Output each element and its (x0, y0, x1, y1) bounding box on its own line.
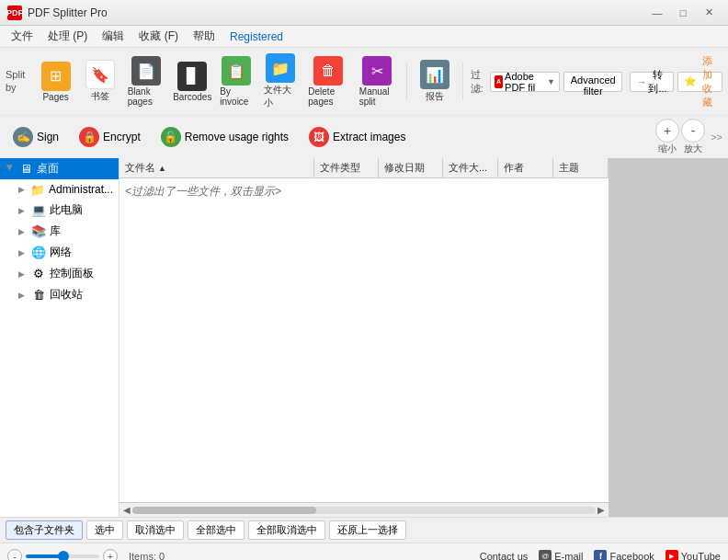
toolbar-pages-button[interactable]: ⊞ Pages (36, 60, 76, 104)
pages-icon: ⊞ (41, 62, 71, 91)
remove-rights-button[interactable]: 🔓 Remove usage rights (154, 124, 296, 150)
deselect-all-button[interactable]: 全部取消选中 (248, 520, 325, 540)
file-list-scrollbar[interactable]: ◀ ▶ (119, 502, 609, 517)
admin-icon: 📁 (30, 182, 45, 197)
youtube-icon: ▶ (665, 550, 678, 561)
tree-item-network[interactable]: ▶ 🌐 网络 (0, 242, 119, 263)
toolbar-barcode-button[interactable]: ▊ Barcodes (172, 60, 212, 104)
toolbar-invoice-button[interactable]: 📋 By invoice (216, 54, 256, 109)
delete-label: Delete pages (308, 86, 348, 107)
menu-favorites[interactable]: 收藏 (F) (131, 27, 186, 46)
zoom-slider[interactable] (26, 554, 99, 558)
main-area: ▶ 🖥 桌面 ▶ 📁 Administrat... ▶ 💻 此电脑 ▶ 📚 库 … (0, 158, 728, 517)
toolbar-blank-button[interactable]: 📄 Blank pages (124, 54, 169, 109)
statusbar: - + Items: 0 Contact us @ E-mail f Faceb… (0, 543, 728, 560)
menu-help[interactable]: 帮助 (186, 27, 222, 46)
split-by-label: Split by (6, 69, 30, 93)
tree-item-control[interactable]: ▶ ⚙ 控制面板 (0, 263, 119, 284)
minimize-button[interactable]: — (645, 4, 669, 22)
email-label: E-mail (554, 551, 583, 561)
scroll-left-arrow[interactable]: ◀ (121, 505, 132, 515)
col-header-author[interactable]: 作者 (498, 158, 553, 177)
bookmark-label: 书签 (91, 90, 109, 103)
facebook-link[interactable]: f Facebook (594, 550, 654, 561)
library-arrow: ▶ (18, 227, 28, 236)
toolbar-bookmark-button[interactable]: 🔖 书签 (80, 58, 120, 105)
restore-selection-button[interactable]: 还原上一选择 (329, 520, 406, 540)
menu-process[interactable]: 处理 (P) (40, 27, 95, 46)
bottom-toolbar: 包含子文件夹 选中 取消选中 全部选中 全部取消选中 还原上一选择 (0, 517, 728, 543)
expand-button[interactable]: >> (711, 131, 722, 143)
tree-item-recycle[interactable]: ▶ 🗑 回收站 (0, 284, 119, 305)
col-header-name[interactable]: 文件名 ▲ (119, 158, 314, 177)
col-author-label: 作者 (504, 161, 524, 175)
nav-actions: → 转到... ⭐ 添加收藏 (630, 72, 722, 92)
select-all-button[interactable]: 全部选中 (188, 520, 245, 540)
sort-arrow-name: ▲ (158, 164, 166, 173)
shrink-button[interactable]: + (655, 119, 679, 143)
toolbar-row1: Split by ⊞ Pages 🔖 书签 📄 Blank pages ▊ Ba… (0, 48, 728, 116)
col-header-date[interactable]: 修改日期 (379, 158, 443, 177)
menu-file[interactable]: 文件 (4, 27, 40, 46)
toolbar-separator1 (406, 63, 407, 100)
blank-label: Blank pages (128, 86, 165, 107)
computer-arrow: ▶ (18, 206, 28, 215)
tree-item-admin[interactable]: ▶ 📁 Administrat... (0, 179, 119, 200)
add-favorites-button[interactable]: ⭐ 添加收藏 (677, 72, 722, 92)
tree-item-desktop[interactable]: ▶ 🖥 桌面 (0, 158, 119, 179)
network-icon: 🌐 (31, 246, 46, 260)
contact-us-link[interactable]: Contact us (480, 551, 529, 561)
menu-edit[interactable]: 编辑 (95, 27, 131, 46)
toolbar-delete-button[interactable]: 🗑 Delete pages (304, 54, 352, 109)
contact-us-label: Contact us (480, 551, 529, 561)
email-link[interactable]: @ E-mail (539, 550, 583, 561)
col-size-label: 文件大... (449, 161, 487, 175)
desktop-icon: 🖥 (18, 162, 33, 177)
status-links: Contact us @ E-mail f Facebook ▶ YouTube (480, 550, 721, 561)
youtube-link[interactable]: ▶ YouTube (665, 550, 721, 561)
col-header-subject[interactable]: 主题 (553, 158, 609, 177)
col-type-label: 文件类型 (320, 161, 360, 175)
toolbar-report-button[interactable]: 📊 报告 (415, 58, 455, 105)
zoom-slider-fill (26, 554, 63, 558)
zoom-slider-handle[interactable] (58, 551, 69, 561)
filter-message[interactable]: <过滤出了一些文件，双击显示> (125, 184, 281, 200)
sign-label: Sign (37, 131, 59, 143)
close-button[interactable]: ✕ (697, 4, 721, 22)
advanced-filter-button[interactable]: Advanced filter (563, 72, 623, 92)
filter-value: Adobe PDF fil (505, 71, 545, 93)
tree-item-library[interactable]: ▶ 📚 库 (0, 221, 119, 242)
goto-button[interactable]: → 转到... (630, 72, 673, 92)
recycle-icon: 🗑 (31, 288, 46, 303)
zoom-button[interactable]: - (681, 119, 705, 143)
items-count: Items: 0 (129, 551, 165, 561)
col-header-size[interactable]: 文件大... (443, 158, 498, 177)
toolbar-manual-button[interactable]: ✂ Manual split (356, 54, 399, 109)
toolbar-filesize-button[interactable]: 📁 文件大小 (260, 51, 301, 111)
filter-select-container[interactable]: A Adobe PDF fil ▼ (490, 72, 560, 92)
deselect-button[interactable]: 取消选中 (127, 520, 184, 540)
col-header-type[interactable]: 文件类型 (314, 158, 379, 177)
sign-button[interactable]: ✍ Sign (6, 124, 66, 150)
scroll-right-arrow[interactable]: ▶ (596, 505, 607, 515)
sign-icon: ✍ (13, 127, 33, 147)
add-fav-label: 添加收藏 (699, 54, 716, 109)
zoom-slider-area: - + (7, 549, 118, 561)
control-arrow: ▶ (18, 269, 28, 279)
zoom-in-button[interactable]: + (103, 549, 118, 561)
shrink-label: 缩小 (658, 143, 677, 155)
admin-arrow: ▶ (18, 185, 27, 194)
zoom-out-button[interactable]: - (7, 549, 22, 561)
maximize-button[interactable]: □ (671, 4, 695, 22)
bookmark-icon: 🔖 (85, 60, 115, 89)
encrypt-button[interactable]: 🔒 Encrypt (72, 124, 148, 150)
zoom-control: - 放大 (681, 119, 705, 155)
include-subfolders-button[interactable]: 包含子文件夹 (6, 520, 83, 540)
extract-images-button[interactable]: 🖼 Extract images (301, 124, 413, 150)
select-button[interactable]: 选中 (86, 520, 123, 540)
tree-item-computer[interactable]: ▶ 💻 此电脑 (0, 200, 119, 221)
remove-rights-label: Remove usage rights (185, 131, 289, 143)
manual-label: Manual split (359, 86, 395, 107)
filesize-icon: 📁 (266, 53, 295, 83)
col-date-label: 修改日期 (384, 161, 425, 175)
